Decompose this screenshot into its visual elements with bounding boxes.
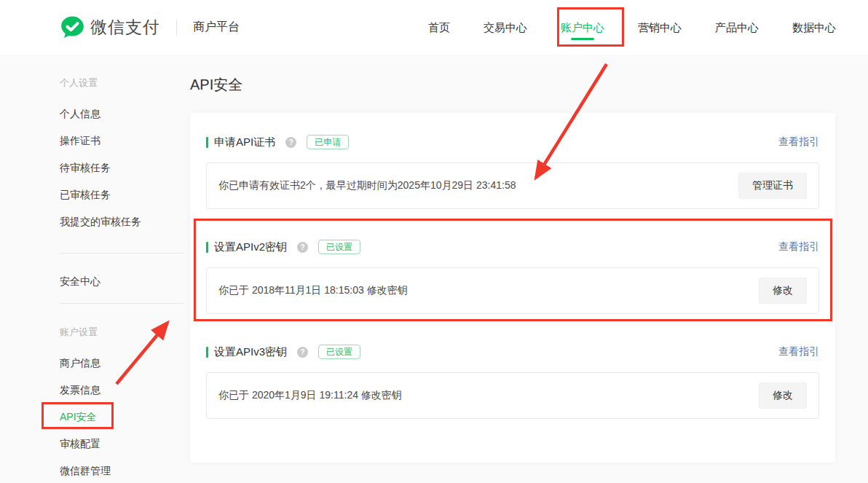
apiv2-info-text: 你已于 2018年11月1日 18:15:03 修改密钥 <box>218 284 408 297</box>
api-security-card: 申请API证书 ? 已申请 查看指引 你已申请有效证书2个，最早过期时间为202… <box>190 113 835 463</box>
sidebar-item-wechat-group-management[interactable]: 微信群管理 <box>60 458 190 483</box>
nav-item-marketing-center[interactable]: 营销中心 <box>638 0 682 55</box>
main-nav: 首页 交易中心 账户中心 营销中心 产品中心 数据中心 <box>428 0 836 55</box>
apiv2-info-panel: 你已于 2018年11月1日 18:15:03 修改密钥 修改 <box>206 267 819 314</box>
section-title-apiv3-key: 设置APIv3密钥 <box>214 345 287 359</box>
sidebar-divider <box>60 253 184 254</box>
section-accent-bar <box>206 242 208 253</box>
section-apiv3-key: 设置APIv3密钥 ? 已设置 查看指引 你已于 2020年1月9日 19:11… <box>206 345 819 419</box>
section-accent-bar <box>206 347 208 358</box>
portal-name: 商户平台 <box>193 20 240 35</box>
modify-apiv3-key-button[interactable]: 修改 <box>759 382 807 409</box>
sidebar-item-invoice-info[interactable]: 发票信息 <box>60 377 190 404</box>
manage-certificate-button[interactable]: 管理证书 <box>738 173 807 199</box>
section-api-certificate: 申请API证书 ? 已申请 查看指引 你已申请有效证书2个，最早过期时间为202… <box>206 135 819 209</box>
view-guide-link-certificate[interactable]: 查看指引 <box>778 136 819 149</box>
sidebar-item-security-center[interactable]: 安全中心 <box>60 268 190 295</box>
apiv3-info-panel: 你已于 2020年1月9日 19:11:24 修改密钥 修改 <box>206 372 819 419</box>
sidebar-item-api-security[interactable]: API安全 <box>60 404 190 431</box>
top-header: 微信支付 商户平台 首页 交易中心 账户中心 营销中心 产品中心 数据中心 <box>0 0 868 55</box>
help-icon[interactable]: ? <box>297 242 308 253</box>
help-icon[interactable]: ? <box>297 347 308 358</box>
sidebar-group-account-settings: 账户设置 <box>60 318 190 345</box>
status-badge-set-v2: 已设置 <box>318 240 360 254</box>
nav-item-product-center[interactable]: 产品中心 <box>715 0 759 55</box>
nav-item-transaction-center[interactable]: 交易中心 <box>484 0 527 55</box>
certificate-info-panel: 你已申请有效证书2个，最早过期时间为2025年10月29日 23:41:58 管… <box>206 162 819 209</box>
sidebar-item-my-submitted-review-tasks[interactable]: 我提交的审核任务 <box>60 208 190 235</box>
sidebar-item-review-config[interactable]: 审核配置 <box>60 431 190 458</box>
header-divider <box>176 20 177 36</box>
apiv3-info-text: 你已于 2020年1月9日 19:11:24 修改密钥 <box>218 389 402 402</box>
sidebar-item-pending-review-tasks[interactable]: 待审核任务 <box>60 154 190 181</box>
sidebar-item-reviewed-tasks[interactable]: 已审核任务 <box>60 181 190 208</box>
sidebar-item-operation-certificate[interactable]: 操作证书 <box>60 127 190 154</box>
view-guide-link-apiv2[interactable]: 查看指引 <box>778 240 819 254</box>
nav-item-data-center[interactable]: 数据中心 <box>792 0 836 55</box>
wechat-pay-logo-icon <box>60 15 85 40</box>
brand[interactable]: 微信支付 <box>60 15 160 40</box>
sidebar: 个人设置 个人信息 操作证书 待审核任务 已审核任务 我提交的审核任务 安全中心… <box>0 55 190 483</box>
main-panel: API安全 申请API证书 ? 已申请 查看指引 你已申请有效证书2个，最早过期… <box>190 55 868 483</box>
help-icon[interactable]: ? <box>285 137 296 148</box>
status-badge-set-v3: 已设置 <box>318 345 360 359</box>
sidebar-item-merchant-info[interactable]: 商户信息 <box>60 350 190 377</box>
status-badge-applied: 已申请 <box>307 135 349 149</box>
sidebar-group-personal-settings: 个人设置 <box>60 69 190 96</box>
modify-apiv2-key-button[interactable]: 修改 <box>759 278 807 304</box>
section-title-api-certificate: 申请API证书 <box>214 136 275 149</box>
sidebar-divider <box>60 303 184 304</box>
view-guide-link-apiv3[interactable]: 查看指引 <box>778 345 819 358</box>
nav-item-account-center[interactable]: 账户中心 <box>561 0 604 55</box>
sidebar-item-personal-info[interactable]: 个人信息 <box>60 101 190 127</box>
nav-item-home[interactable]: 首页 <box>428 0 450 55</box>
section-title-apiv2-key: 设置APIv2密钥 <box>214 240 287 254</box>
section-apiv2-key: 设置APIv2密钥 ? 已设置 查看指引 你已于 2018年11月1日 18:1… <box>206 240 819 314</box>
content-area: 个人设置 个人信息 操作证书 待审核任务 已审核任务 我提交的审核任务 安全中心… <box>0 55 868 483</box>
section-accent-bar <box>206 137 208 148</box>
page-title: API安全 <box>190 75 835 95</box>
brand-name: 微信支付 <box>90 16 160 39</box>
certificate-info-text: 你已申请有效证书2个，最早过期时间为2025年10月29日 23:41:58 <box>218 179 516 192</box>
